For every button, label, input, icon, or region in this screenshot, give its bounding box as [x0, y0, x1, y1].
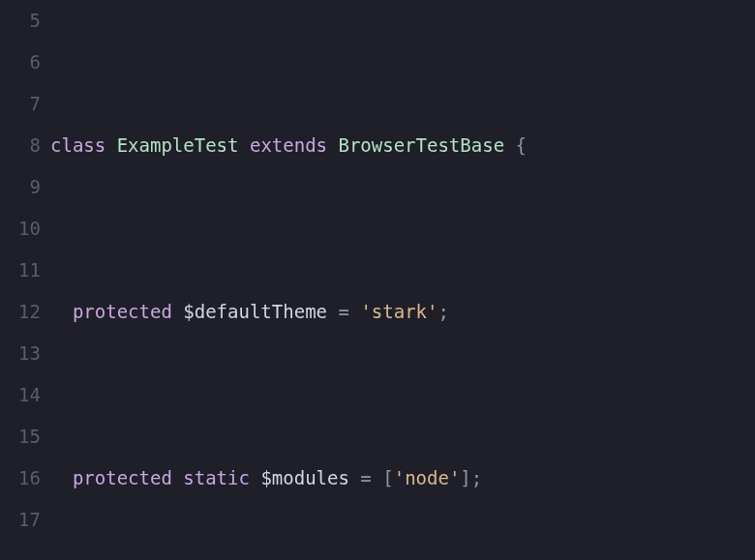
code-line: class ExampleTest extends BrowserTestBas…: [50, 125, 755, 166]
operator-eq: =: [360, 467, 371, 488]
line-number: 11: [0, 250, 41, 291]
line-number: 8: [0, 125, 41, 166]
classname: BrowserTestBase: [338, 134, 504, 156]
keyword-protected: protected: [73, 467, 172, 488]
code-line: [50, 541, 755, 560]
code-line: protected static $modules = ['node'];: [50, 457, 755, 499]
code-area[interactable]: class ExampleTest extends BrowserTestBas…: [50, 0, 755, 560]
line-number: 7: [0, 83, 41, 125]
code-line: protected $defaultTheme = 'stark';: [50, 291, 755, 333]
classname: ExampleTest: [117, 134, 239, 156]
line-number: 15: [0, 416, 41, 457]
line-number: 14: [0, 374, 41, 416]
line-number: 16: [0, 457, 41, 499]
line-number-gutter: 5 6 7 8 9 10 11 12 13 14 15 16 17: [0, 0, 50, 560]
code-line: [50, 374, 755, 416]
keyword-class: class: [50, 134, 106, 156]
semicolon: ;: [438, 301, 448, 322]
string: 'node': [394, 467, 461, 488]
line-number: 17: [0, 499, 41, 541]
string: 'stark': [360, 301, 438, 322]
line-number: 9: [0, 166, 41, 208]
keyword-extends: extends: [250, 134, 327, 156]
line-number: 5: [0, 0, 41, 42]
line-number: 10: [0, 208, 41, 250]
variable: $defaultTheme: [183, 301, 327, 322]
code-line: [50, 42, 755, 83]
bracket: [: [382, 467, 393, 488]
line-number: 13: [0, 333, 41, 374]
brace: {: [516, 134, 527, 156]
operator-eq: =: [338, 301, 348, 322]
code-line: [50, 208, 755, 250]
variable: $modules: [260, 467, 349, 488]
line-number: 6: [0, 42, 41, 83]
keyword-static: static: [183, 467, 250, 488]
code-editor: 5 6 7 8 9 10 11 12 13 14 15 16 17 class …: [0, 0, 755, 560]
keyword-protected: protected: [73, 301, 172, 322]
line-number: 12: [0, 291, 41, 333]
semicolon: ;: [471, 467, 482, 488]
bracket: ]: [460, 467, 470, 488]
